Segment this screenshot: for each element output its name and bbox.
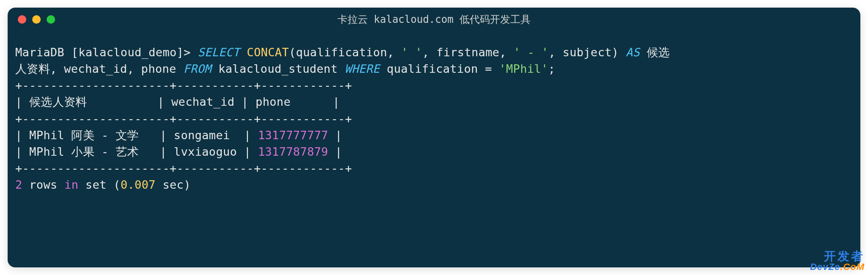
summary-rows: 2 (15, 178, 22, 191)
sql-comma-1: , firstname, (422, 46, 513, 59)
sql-semicolon: ; (548, 62, 555, 75)
table-row-1-phone: 1317777777 (258, 129, 328, 142)
sql-comma-2: , subject) (548, 46, 626, 59)
minimize-icon[interactable] (32, 15, 41, 24)
titlebar: 卡拉云 kalacloud.com 低代码开发工具 (8, 8, 860, 31)
summary-set-text: set ( (78, 178, 120, 191)
sql-string-1: ' ' (401, 46, 423, 59)
sql-keyword-select: SELECT (198, 46, 239, 59)
table-row-1-post: | (328, 129, 342, 142)
sql-alias: 候选 (640, 46, 670, 59)
summary-in: in (64, 178, 78, 191)
sql-keyword-from: FROM (183, 62, 211, 75)
watermark-line2: DevZe.CoM (810, 262, 865, 272)
sql-args-open: (qualification, (289, 46, 401, 59)
table-border-top: +---------------------+-----------+-----… (15, 79, 352, 92)
table-row-2-pre: | MPhil 小果 - 艺术 | lvxiaoguo | (15, 145, 258, 158)
table-border-mid: +---------------------+-----------+-----… (15, 112, 352, 125)
summary-sec: 0.007 (120, 178, 156, 191)
table-row-2-post: | (328, 145, 342, 158)
sql-function-concat: CONCAT (247, 46, 289, 59)
close-icon[interactable] (18, 15, 26, 24)
sql-keyword-as: AS (626, 46, 640, 59)
sql-string-2: ' - ' (514, 46, 549, 59)
traffic-lights (18, 15, 55, 24)
sql-keyword-where: WHERE (345, 62, 380, 75)
table-row-1-pre: | MPhil 阿美 - 文学 | songamei | (15, 129, 258, 142)
summary-rows-text: rows (22, 178, 64, 191)
maximize-icon[interactable] (47, 15, 55, 24)
sql-space (240, 46, 247, 59)
watermark-line1: 开发者 (810, 250, 865, 262)
prompt: MariaDB [kalacloud_demo]> (15, 46, 198, 59)
table-row-2-phone: 1317787879 (258, 145, 328, 158)
watermark: 开发者 DevZe.CoM (810, 250, 865, 272)
table-header: | 候选人资料 | wechat_id | phone | (15, 95, 340, 108)
sql-cond-val: 'MPhil' (499, 62, 548, 75)
sql-alias2: 人资料, wechat_id, phone (15, 62, 183, 75)
window-title: 卡拉云 kalacloud.com 低代码开发工具 (337, 13, 531, 26)
sql-table: kalacloud_student (211, 62, 345, 75)
terminal-window: 卡拉云 kalacloud.com 低代码开发工具 MariaDB [kalac… (8, 8, 860, 267)
table-border-bot: +---------------------+-----------+-----… (15, 162, 352, 175)
terminal-body[interactable]: MariaDB [kalacloud_demo]> SELECT CONCAT(… (8, 31, 860, 201)
summary-sec-text: sec) (156, 178, 191, 191)
sql-cond-col: qualification = (380, 62, 499, 75)
